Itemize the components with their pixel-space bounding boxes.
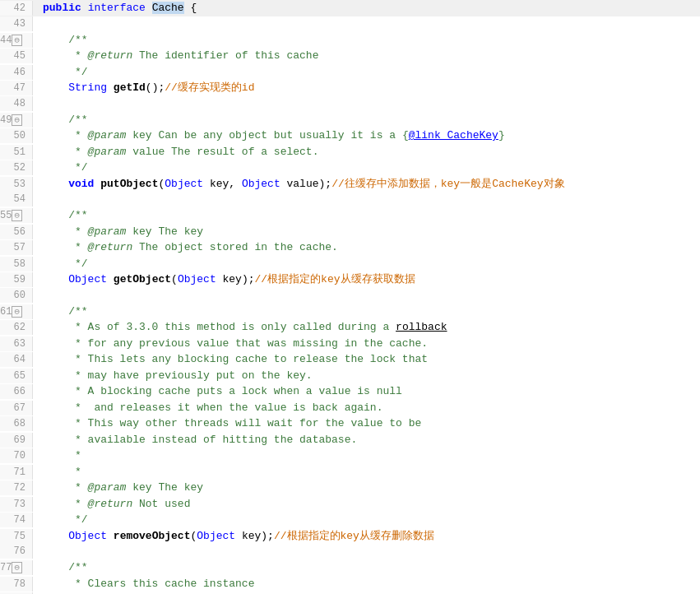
line-50: 50 * @param key Can be any object but us… bbox=[0, 128, 700, 144]
line-num-47: 47 bbox=[0, 81, 33, 95]
line-content-42: public interface Cache { bbox=[39, 0, 700, 16]
line-76: 76 bbox=[0, 544, 700, 559]
line-content-46: */ bbox=[39, 64, 700, 81]
line-61: 61⊖ /** bbox=[0, 304, 700, 320]
line-content-75: Object removeObject(Object key);//根据指定的k… bbox=[39, 528, 700, 545]
line-content-67: * and releases it when the value is back… bbox=[39, 400, 700, 416]
line-73: 73 * @return Not used bbox=[0, 496, 700, 513]
line-47: 47 String getId();//缓存实现类的id bbox=[0, 80, 700, 96]
line-num-67: 67 bbox=[0, 401, 33, 415]
line-72: 72 * @param key The key bbox=[0, 480, 700, 496]
line-46: 46 */ bbox=[0, 64, 700, 81]
line-64: 64 * This lets any blocking cache to rel… bbox=[0, 351, 700, 368]
line-num-77: 77⊖ bbox=[0, 560, 33, 575]
line-49: 49⊖ /** bbox=[0, 112, 700, 128]
line-43: 43 bbox=[0, 16, 700, 32]
line-num-61: 61⊖ bbox=[0, 304, 33, 319]
line-num-75: 75 bbox=[0, 529, 33, 544]
line-content-63: * for any previous value that was missin… bbox=[39, 336, 700, 352]
line-75: 75 Object removeObject(Object key);//根据指… bbox=[0, 528, 700, 545]
line-78: 78 * Clears this cache instance bbox=[0, 576, 700, 592]
line-content-45: * @return The identifier of this cache bbox=[39, 48, 700, 64]
line-num-45: 45 bbox=[0, 49, 33, 63]
line-content-72: * @param key The key bbox=[39, 480, 700, 496]
line-60: 60 bbox=[0, 288, 700, 304]
code-editor: 42 public interface Cache { 43 44⊖ /** 4… bbox=[0, 0, 700, 594]
line-num-55: 55⊖ bbox=[0, 208, 33, 223]
line-content-59: Object getObject(Object key);//根据指定的key从… bbox=[39, 271, 700, 288]
line-num-48: 48 bbox=[0, 96, 33, 111]
line-content-55: /** bbox=[39, 207, 700, 224]
line-num-59: 59 bbox=[0, 272, 33, 287]
line-num-72: 72 bbox=[0, 480, 33, 495]
line-content-52: */ bbox=[39, 160, 700, 176]
line-content-47: String getId();//缓存实现类的id bbox=[39, 80, 700, 96]
line-content-68: * This way other threads will wait for t… bbox=[39, 415, 700, 432]
line-65: 65 * may have previously put on the key. bbox=[0, 368, 700, 384]
line-68: 68 * This way other threads will wait fo… bbox=[0, 415, 700, 432]
line-num-66: 66 bbox=[0, 384, 33, 399]
line-44: 44⊖ /** bbox=[0, 32, 700, 49]
line-num-69: 69 bbox=[0, 433, 33, 448]
line-content-62: * As of 3.3.0 this method is only called… bbox=[39, 319, 700, 336]
line-num-78: 78 bbox=[0, 577, 33, 592]
line-num-56: 56 bbox=[0, 225, 33, 239]
line-num-74: 74 bbox=[0, 513, 33, 527]
line-content-49: /** bbox=[39, 112, 700, 128]
line-content-74: */ bbox=[39, 512, 700, 528]
line-content-66: * A blocking cache puts a lock when a va… bbox=[39, 383, 700, 400]
line-63: 63 * for any previous value that was mis… bbox=[0, 336, 700, 352]
line-content-73: * @return Not used bbox=[39, 496, 700, 513]
line-content-65: * may have previously put on the key. bbox=[39, 368, 700, 384]
line-74: 74 */ bbox=[0, 512, 700, 528]
line-num-54: 54 bbox=[0, 192, 33, 207]
line-51: 51 * @param value The result of a select… bbox=[0, 144, 700, 160]
line-77: 77⊖ /** bbox=[0, 559, 700, 576]
line-content-57: * @return The object stored in the cache… bbox=[39, 239, 700, 256]
line-num-51: 51 bbox=[0, 145, 33, 160]
line-57: 57 * @return The object stored in the ca… bbox=[0, 239, 700, 256]
line-62: 62 * As of 3.3.0 this method is only cal… bbox=[0, 319, 700, 336]
line-num-52: 52 bbox=[0, 160, 33, 175]
line-num-42: 42 bbox=[0, 1, 33, 16]
line-45: 45 * @return The identifier of this cach… bbox=[0, 48, 700, 64]
line-num-62: 62 bbox=[0, 320, 33, 335]
line-71: 71 * bbox=[0, 464, 700, 480]
line-content-50: * @param key Can be any object but usual… bbox=[39, 128, 700, 144]
line-content-58: */ bbox=[39, 256, 700, 272]
line-num-71: 71 bbox=[0, 465, 33, 480]
line-num-49: 49⊖ bbox=[0, 113, 33, 128]
line-num-64: 64 bbox=[0, 352, 33, 367]
line-content-71: * bbox=[39, 464, 700, 480]
line-66: 66 * A blocking cache puts a lock when a… bbox=[0, 383, 700, 400]
line-55: 55⊖ /** bbox=[0, 207, 700, 224]
line-42: 42 public interface Cache { bbox=[0, 0, 700, 16]
line-69: 69 * available instead of hitting the da… bbox=[0, 432, 700, 448]
line-content-61: /** bbox=[39, 304, 700, 320]
line-num-70: 70 bbox=[0, 448, 33, 463]
line-content-56: * @param key The key bbox=[39, 224, 700, 240]
line-content-53: void putObject(Object key, Object value)… bbox=[39, 176, 700, 193]
line-num-50: 50 bbox=[0, 128, 33, 143]
line-num-60: 60 bbox=[0, 288, 33, 303]
line-content-77: /** bbox=[39, 559, 700, 576]
line-num-53: 53 bbox=[0, 177, 33, 192]
line-num-63: 63 bbox=[0, 336, 33, 351]
line-53: 53 void putObject(Object key, Object val… bbox=[0, 176, 700, 193]
line-num-65: 65 bbox=[0, 369, 33, 383]
line-num-58: 58 bbox=[0, 257, 33, 271]
line-num-76: 76 bbox=[0, 544, 33, 559]
line-52: 52 */ bbox=[0, 160, 700, 176]
line-59: 59 Object getObject(Object key);//根据指定的k… bbox=[0, 271, 700, 288]
line-content-44: /** bbox=[39, 32, 700, 49]
line-content-69: * available instead of hitting the datab… bbox=[39, 432, 700, 448]
line-num-46: 46 bbox=[0, 65, 33, 80]
line-num-44: 44⊖ bbox=[0, 33, 33, 48]
line-56: 56 * @param key The key bbox=[0, 224, 700, 240]
line-content-70: * bbox=[39, 448, 700, 464]
line-num-73: 73 bbox=[0, 497, 33, 512]
line-num-43: 43 bbox=[0, 16, 33, 31]
line-content-51: * @param value The result of a select. bbox=[39, 144, 700, 160]
line-67: 67 * and releases it when the value is b… bbox=[0, 400, 700, 416]
line-48: 48 bbox=[0, 96, 700, 112]
